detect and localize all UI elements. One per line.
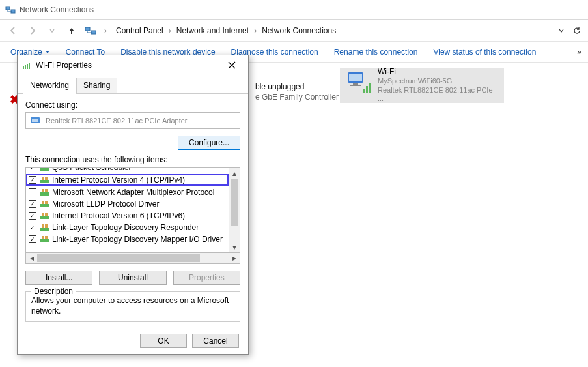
nav-back-button[interactable] [4,22,22,39]
svg-rect-30 [42,213,44,216]
svg-rect-3 [91,31,96,34]
protocol-icon [40,188,49,196]
rename-command[interactable]: Rename this connection [334,48,418,57]
nav-forward-button[interactable] [23,22,42,39]
list-item: ✓ QoS Packet Scheduler [26,168,229,173]
nav-recent-dropdown[interactable] [43,22,61,39]
scroll-thumb[interactable] [231,179,238,226]
svg-rect-14 [29,63,30,69]
svg-rect-29 [40,216,49,219]
list-item-label: QoS Packet Scheduler [52,168,131,172]
scroll-down-button[interactable]: ▾ [229,241,240,252]
svg-rect-12 [25,65,26,69]
checkbox[interactable] [29,188,36,196]
svg-rect-33 [42,224,44,228]
svg-rect-31 [45,213,48,216]
horizontal-scrollbar[interactable]: ◂ ▸ [25,253,240,264]
svg-rect-35 [40,239,49,242]
close-button[interactable] [219,57,244,74]
protocol-icon [40,168,49,171]
protocol-icon [40,200,49,208]
svg-rect-24 [42,189,44,192]
install-button[interactable]: Install... [25,271,92,285]
scroll-thumb[interactable] [37,254,200,262]
svg-rect-37 [45,236,48,239]
svg-rect-0 [6,7,10,10]
dialog-titlebar[interactable]: Wi-Fi Properties [18,55,248,75]
location-icon[interactable] [85,25,96,37]
description-text: Allows your computer to access resources… [31,296,234,316]
scroll-up-button[interactable]: ▴ [229,168,240,179]
svg-rect-5 [349,74,362,81]
protocol-icon [40,224,49,231]
adapter-wifi-icon [344,70,372,95]
wifi-properties-dialog: Wi-Fi Properties Networking Sharing Conn… [17,55,249,355]
checkbox[interactable]: ✓ [29,224,36,231]
partial-text-line2: e GbE Family Controller [255,93,339,102]
tab-networking[interactable]: Networking [23,78,76,94]
list-item: Microsoft Network Adapter Multiplexor Pr… [26,186,229,198]
breadcrumb-item[interactable]: Network and Internet [175,26,250,35]
list-item: ✓ Microsoft LLDP Protocol Driver [26,198,229,210]
svg-rect-25 [45,189,48,192]
list-item-label: Internet Protocol Version 4 (TCP/IPv4) [52,175,185,184]
svg-rect-6 [353,83,358,85]
checkbox[interactable]: ✓ [29,200,36,208]
svg-rect-10 [369,83,371,93]
checkbox[interactable]: ✓ [29,235,36,243]
list-item-ipv4: ✓ Internet Protocol Version 4 (TCP/IPv4) [26,174,229,186]
nav-up-button[interactable] [63,22,81,39]
uninstall-button[interactable]: Uninstall [99,271,166,285]
breadcrumb-item[interactable]: Network Connections [260,26,337,35]
nav-toolbar: › Control Panel › Network and Internet ›… [0,20,588,42]
svg-rect-22 [45,177,48,180]
ok-button[interactable]: OK [140,334,187,348]
svg-rect-2 [85,27,90,31]
wifi-properties-icon [21,60,32,70]
protocol-icon [40,212,49,220]
breadcrumb-chevron-icon: › [250,26,260,35]
svg-rect-7 [350,85,361,86]
breadcrumb-chevron-icon: › [165,26,175,35]
tab-sharing[interactable]: Sharing [76,78,117,93]
scroll-right-button[interactable]: ▸ [229,253,240,263]
adapter-ssid-label: MySpectrumWiFi60-5G [378,77,500,86]
checkbox[interactable]: ✓ [29,212,36,220]
checkbox[interactable]: ✓ [29,168,36,171]
list-item-label: Link-Layer Topology Discovery Responder [52,223,199,232]
vertical-scrollbar[interactable]: ▴ ▾ [229,168,240,252]
checkbox[interactable]: ✓ [29,176,36,184]
breadcrumb[interactable]: Control Panel › Network and Internet › N… [112,23,553,38]
configure-button[interactable]: Configure... [178,136,240,150]
description-label: Description [31,287,76,296]
connect-using-value: Realtek RTL8821CE 802.11ac PCIe Adapter [46,117,188,125]
connect-using-field[interactable]: Realtek RTL8821CE 802.11ac PCIe Adapter [25,112,240,129]
list-item-label: Link-Layer Topology Discovery Mapper I/O… [52,235,223,244]
refresh-button[interactable] [570,23,584,38]
list-item-label: Microsoft Network Adapter Multiplexor Pr… [52,188,214,197]
svg-rect-9 [366,86,368,93]
overflow-chevron-icon[interactable]: » [577,48,581,57]
dialog-title: Wi-Fi Properties [36,61,219,70]
window-titlebar: Network Connections [0,0,588,20]
breadcrumb-item[interactable]: Control Panel [115,26,165,35]
svg-rect-32 [40,228,49,231]
address-dropdown-button[interactable] [554,23,568,38]
svg-rect-16 [32,119,38,122]
cancel-button[interactable]: Cancel [192,334,239,348]
list-item: ✓ Link-Layer Topology Discovery Mapper I… [26,233,229,245]
breadcrumb-chevron-icon[interactable]: › [100,26,111,35]
adapter-wifi-item[interactable]: Wi-Fi MySpectrumWiFi60-5G Realtek RTL882… [340,68,504,103]
connection-items-list[interactable]: ✓ QoS Packet Scheduler ✓ Internet Protoc… [25,167,240,253]
protocol-icon [40,176,49,184]
svg-rect-26 [40,204,49,207]
view-status-command[interactable]: View status of this connection [433,48,536,57]
connect-using-label: Connect using: [25,100,240,110]
window-title: Network Connections [20,5,94,14]
list-item-label: Microsoft LLDP Protocol Driver [52,199,160,209]
list-item-label: Internet Protocol Version 6 (TCP/IPv6) [52,211,185,220]
properties-button[interactable]: Properties [173,271,240,285]
protocol-icon [40,235,49,243]
scroll-left-button[interactable]: ◂ [26,253,37,263]
svg-rect-34 [45,224,48,228]
